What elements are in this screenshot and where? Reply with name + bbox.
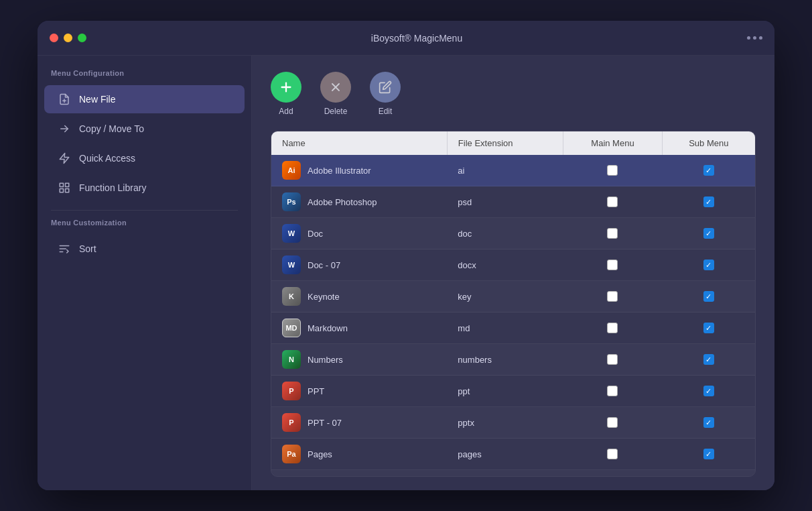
cell-name: Ai Adobe Illustrator [271, 155, 447, 186]
file-type-name: PPT - 07 [308, 418, 342, 428]
toolbar: Add Delete [271, 72, 756, 116]
more-dot-2 [753, 36, 756, 40]
main-menu-checkbox[interactable] [607, 228, 618, 239]
table-row[interactable]: K Keynote key✓ [271, 281, 755, 313]
window-title: iBoysoft® MagicMenu [86, 33, 747, 44]
delete-button[interactable]: Delete [320, 72, 351, 116]
table-row[interactable]: N Numbers numbers✓ [271, 344, 755, 376]
main-menu-checkbox[interactable] [607, 386, 618, 396]
menu-config-label: Menu Configuration [38, 69, 251, 84]
more-options[interactable] [747, 36, 762, 40]
cell-main-menu[interactable] [563, 249, 662, 281]
table-row[interactable]: P PPT ppt✓ [271, 376, 755, 407]
sub-menu-checkbox[interactable]: ✓ [703, 386, 714, 396]
cell-ext: psd [447, 186, 563, 218]
cell-sub-menu[interactable]: ✓ [662, 186, 755, 218]
sidebar-item-sort[interactable]: Sort [44, 235, 245, 263]
file-type-icon: N [282, 350, 301, 369]
cell-name: K Keynote [271, 281, 447, 313]
main-menu-checkbox[interactable] [607, 449, 618, 459]
main-menu-checkbox[interactable] [607, 323, 618, 333]
file-type-icon: MD [282, 319, 301, 337]
sub-menu-checkbox[interactable]: ✓ [703, 196, 714, 207]
cell-name: N Numbers [271, 344, 447, 376]
cell-name: MD Markdown [271, 313, 447, 344]
sub-menu-checkbox[interactable]: ✓ [703, 291, 714, 302]
cell-sub-menu[interactable]: ✓ [662, 218, 755, 249]
cell-main-menu[interactable] [563, 344, 662, 376]
cell-sub-menu[interactable]: ✓ [662, 407, 755, 439]
file-types-table: Name File Extension Main Menu Sub Menu A… [271, 131, 756, 477]
sidebar-item-quick-access-label: Quick Access [79, 153, 135, 164]
table-row[interactable]: MD Markdown md✓ [271, 313, 755, 344]
sub-menu-checkbox[interactable]: ✓ [703, 449, 714, 459]
add-button[interactable]: Add [271, 72, 301, 116]
main-menu-checkbox[interactable] [607, 291, 618, 302]
col-sub-menu: Sub Menu [662, 131, 755, 155]
main-menu-checkbox[interactable] [607, 260, 618, 270]
more-dot-3 [759, 36, 762, 40]
cell-sub-menu[interactable]: ✓ [662, 470, 755, 477]
sub-menu-checkbox[interactable]: ✓ [703, 354, 714, 365]
cell-ext: doc [447, 218, 563, 249]
cell-main-menu[interactable] [563, 376, 662, 407]
cell-main-menu[interactable] [563, 407, 662, 439]
main-menu-checkbox[interactable] [607, 354, 618, 365]
cell-main-menu[interactable] [563, 313, 662, 344]
cell-sub-menu[interactable]: ✓ [662, 155, 755, 186]
cell-sub-menu[interactable]: ✓ [662, 313, 755, 344]
sub-menu-checkbox[interactable]: ✓ [703, 165, 714, 176]
right-panel: Add Delete [252, 56, 774, 490]
edit-button[interactable]: Edit [370, 72, 401, 116]
name-cell: Ps Adobe Photoshop [282, 192, 436, 211]
arrow-icon [58, 122, 71, 135]
sidebar-item-new-file[interactable]: New File [44, 85, 245, 113]
maximize-button[interactable] [78, 34, 86, 42]
cell-sub-menu[interactable]: ✓ [662, 376, 755, 407]
table-row[interactable]: Pa Pages pages✓ [271, 439, 755, 470]
cell-sub-menu[interactable]: ✓ [662, 249, 755, 281]
add-label: Add [279, 107, 293, 116]
sidebar-divider [51, 210, 238, 211]
sidebar-item-function-library[interactable]: Function Library [44, 174, 245, 202]
sidebar-item-copy-move-label: Copy / Move To [79, 123, 144, 134]
file-type-name: Doc [308, 229, 323, 239]
table-row[interactable]: xl Plist plist✓ [271, 470, 755, 477]
cell-main-menu[interactable] [563, 186, 662, 218]
cell-main-menu[interactable] [563, 218, 662, 249]
table-row[interactable]: P PPT - 07 pptx✓ [271, 407, 755, 439]
table-row[interactable]: W Doc doc✓ [271, 218, 755, 249]
cell-main-menu[interactable] [563, 155, 662, 186]
file-type-icon: Ai [282, 161, 301, 180]
cell-name: Pa Pages [271, 439, 447, 470]
cell-ext: docx [447, 249, 563, 281]
cell-main-menu[interactable] [563, 439, 662, 470]
sub-menu-checkbox[interactable]: ✓ [703, 260, 714, 270]
main-menu-checkbox[interactable] [607, 417, 618, 428]
sub-menu-checkbox[interactable]: ✓ [703, 228, 714, 239]
file-type-icon: Ps [282, 192, 301, 211]
cell-sub-menu[interactable]: ✓ [662, 281, 755, 313]
cell-sub-menu[interactable]: ✓ [662, 344, 755, 376]
sidebar-item-copy-move[interactable]: Copy / Move To [44, 115, 245, 143]
sidebar-item-quick-access[interactable]: Quick Access [44, 144, 245, 172]
file-type-icon: W [282, 224, 301, 243]
name-cell: P PPT [282, 382, 436, 400]
cell-main-menu[interactable] [563, 470, 662, 477]
table-row[interactable]: Ps Adobe Photoshop psd✓ [271, 186, 755, 218]
delete-icon-circle [320, 72, 351, 103]
sub-menu-checkbox[interactable]: ✓ [703, 323, 714, 333]
table-row[interactable]: Ai Adobe Illustrator ai✓ [271, 155, 755, 186]
cell-main-menu[interactable] [563, 281, 662, 313]
sidebar-item-function-library-label: Function Library [79, 182, 146, 193]
main-menu-checkbox[interactable] [607, 165, 618, 176]
main-menu-checkbox[interactable] [607, 196, 618, 207]
cell-ext: plist [447, 470, 563, 477]
table-row[interactable]: W Doc - 07 docx✓ [271, 249, 755, 281]
cell-sub-menu[interactable]: ✓ [662, 439, 755, 470]
minimize-button[interactable] [64, 34, 72, 42]
traffic-lights [50, 34, 86, 42]
file-type-name: Adobe Illustrator [308, 166, 371, 176]
close-button[interactable] [50, 34, 58, 42]
sub-menu-checkbox[interactable]: ✓ [703, 417, 714, 428]
